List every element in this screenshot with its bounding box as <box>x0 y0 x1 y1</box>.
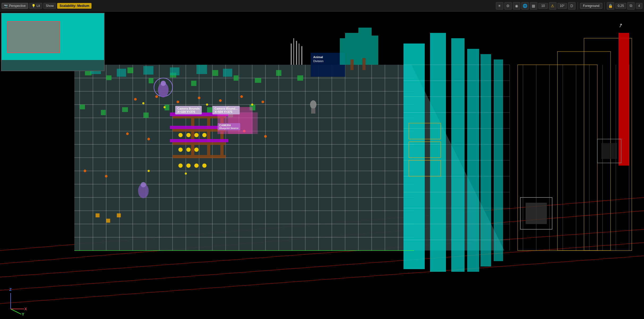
globe-icon-button[interactable]: 🌐 <box>521 2 529 10</box>
svg-rect-176 <box>106 219 110 223</box>
svg-rect-80 <box>297 75 303 81</box>
svg-rect-79 <box>276 70 281 76</box>
svg-point-128 <box>147 138 150 140</box>
value2-button[interactable]: 4 <box>636 3 642 9</box>
camera-text-3: CAMERA <box>219 124 239 127</box>
main-toolbar: 📷 Perspective 💡 Lit Show Scalability: Me… <box>0 0 644 12</box>
d-button[interactable]: D <box>568 2 576 10</box>
camera-coords-2: X=504 Y=375 <box>214 110 238 113</box>
svg-rect-75 <box>191 81 196 86</box>
toolbar-right-group: ☀ ⚙ ◉ 🌐 ▦ 10 ⚠ 10° D Foreground 🔒 0,25 ⧉… <box>496 2 642 10</box>
camera-bounds-label-3: CAMERA Blueprint Source <box>218 123 240 130</box>
show-label: Show <box>46 4 54 8</box>
grid-icon-button[interactable]: ▦ <box>530 2 537 10</box>
svg-rect-147 <box>362 58 366 70</box>
svg-rect-101 <box>207 115 210 156</box>
svg-point-139 <box>185 173 187 175</box>
svg-point-125 <box>240 95 243 98</box>
svg-rect-46 <box>430 33 446 272</box>
svg-rect-92 <box>143 66 153 75</box>
svg-point-116 <box>202 163 207 168</box>
value1-button[interactable]: 0,25 <box>615 3 626 9</box>
svg-point-131 <box>84 170 86 172</box>
svg-rect-177 <box>117 213 121 217</box>
svg-point-119 <box>161 81 166 86</box>
svg-rect-175 <box>96 213 100 217</box>
svg-point-122 <box>177 101 179 103</box>
svg-point-134 <box>164 106 166 108</box>
svg-rect-82 <box>101 110 106 115</box>
svg-rect-73 <box>149 78 153 83</box>
svg-rect-77 <box>234 75 238 81</box>
svg-point-133 <box>142 102 144 104</box>
lit-icon: 💡 <box>32 4 36 8</box>
foreground-button[interactable]: Foreground <box>580 3 602 9</box>
svg-rect-84 <box>143 113 149 118</box>
svg-point-168 <box>141 182 146 187</box>
svg-rect-166 <box>601 143 617 159</box>
svg-point-173 <box>310 100 316 109</box>
svg-point-120 <box>134 98 137 101</box>
camera-coords-1: X=320 Y=376 <box>177 110 200 113</box>
svg-rect-151 <box>299 44 299 65</box>
settings-icon-button[interactable]: ⚙ <box>504 2 512 10</box>
svg-point-132 <box>105 175 108 178</box>
layers-icon-button[interactable]: ⧉ <box>627 2 635 10</box>
sun-icon-button[interactable]: ☀ <box>496 2 503 10</box>
svg-rect-99 <box>173 155 226 158</box>
svg-rect-78 <box>255 78 261 83</box>
camera-bounds-text-1: Camera Bounds <box>177 107 200 110</box>
angle-value-button[interactable]: 10° <box>557 3 567 9</box>
foreground-label: Foreground <box>583 4 599 8</box>
svg-text:Y: Y <box>22 312 24 316</box>
svg-rect-93 <box>170 67 179 75</box>
svg-rect-72 <box>127 67 133 73</box>
svg-point-126 <box>261 101 264 103</box>
circle-icon-button[interactable]: ◉ <box>513 2 520 10</box>
show-button[interactable]: Show <box>43 3 56 9</box>
svg-text:X: X <box>24 307 27 311</box>
svg-point-137 <box>251 104 253 106</box>
svg-rect-164 <box>526 203 547 224</box>
grid-value-button[interactable]: 10 <box>538 3 548 9</box>
svg-rect-76 <box>212 70 218 76</box>
camera-sublabel: Blueprint Source <box>219 127 239 130</box>
svg-rect-87 <box>207 107 212 113</box>
svg-point-108 <box>194 133 199 137</box>
scalability-button[interactable]: Scalability: Medium <box>57 3 92 9</box>
svg-point-124 <box>219 99 222 102</box>
svg-point-130 <box>264 135 267 138</box>
toolbar-separator-2 <box>604 2 605 10</box>
mini-preview-window <box>1 13 105 71</box>
svg-point-112 <box>194 148 199 152</box>
svg-point-113 <box>178 163 183 168</box>
svg-rect-105 <box>170 139 228 142</box>
svg-point-110 <box>178 148 183 152</box>
svg-rect-94 <box>196 65 207 74</box>
svg-rect-150 <box>296 41 297 65</box>
svg-point-123 <box>198 97 200 99</box>
svg-point-109 <box>202 133 207 137</box>
lock-icon-button[interactable]: 🔒 <box>607 2 614 10</box>
perspective-label: Perspective <box>9 4 26 8</box>
svg-point-106 <box>178 133 183 137</box>
svg-point-138 <box>148 170 150 172</box>
svg-rect-146 <box>350 59 354 70</box>
svg-point-121 <box>155 95 158 98</box>
svg-text:Animal: Animal <box>313 55 323 59</box>
camera-bounds-label-2: Camera Bound... X=504 Y=375 <box>212 106 240 114</box>
svg-point-115 <box>194 163 199 168</box>
svg-rect-174 <box>311 108 315 114</box>
3d-viewport[interactable]: Animal Division <box>0 12 644 319</box>
svg-rect-100 <box>191 115 194 156</box>
perspective-button[interactable]: 📷 Perspective <box>2 3 28 9</box>
toolbar-separator-1 <box>578 2 578 10</box>
lit-button[interactable]: 💡 Lit <box>29 3 42 9</box>
warning-icon-button[interactable]: ⚠ <box>549 2 556 10</box>
svg-rect-145 <box>340 38 350 65</box>
svg-rect-95 <box>223 69 232 77</box>
svg-rect-45 <box>403 44 425 269</box>
svg-rect-148 <box>291 44 292 65</box>
perspective-icon: 📷 <box>4 4 8 8</box>
svg-rect-83 <box>122 107 128 112</box>
